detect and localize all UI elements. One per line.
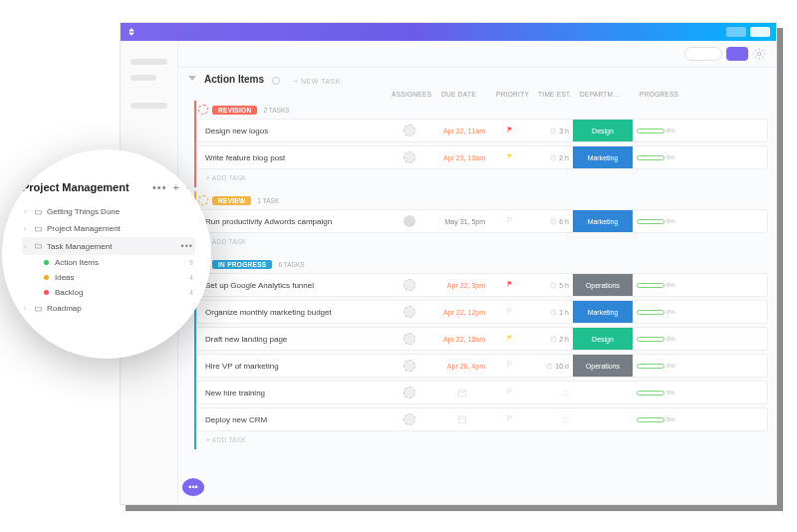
progress-bar [637,391,664,396]
project-item[interactable]: › Project Management [22,220,195,237]
col-due: DUE DATE [441,91,496,98]
progress-bar [637,129,664,133]
chevron-right-icon: › [24,243,30,250]
task-name: Write feature blog post [197,153,385,162]
group-header[interactable]: IN PROGRESS 6 TASKS [196,255,768,273]
toggle-switch[interactable] [684,47,722,61]
collapse-caret-icon[interactable] [188,76,196,81]
task-name: Deploy new CRM [197,415,385,424]
task-row[interactable]: New hire training 0% [196,381,768,404]
progress-pct: 0% [666,309,675,315]
more-icon[interactable]: ••• [152,181,167,193]
assignee-placeholder[interactable] [403,306,415,318]
progress-bar [637,417,664,422]
flag-icon[interactable] [506,334,514,342]
add-icon[interactable]: + [173,181,179,193]
new-task-button[interactable]: + NEW TASK [294,78,341,85]
task-row[interactable]: Organize monthly marketing budget Apr 22… [196,300,768,324]
task-row[interactable]: Write feature blog post Apr 23, 10am 2 h… [196,145,768,169]
task-name: Hire VP of marketing [197,362,385,371]
due-date: Apr 22, 10am [434,336,489,343]
chat-button[interactable]: ••• [182,478,204,496]
flag-icon[interactable] [506,307,514,315]
group-header[interactable]: REVISION 2 TASKS [196,101,768,119]
chevron-right-icon: › [24,208,30,215]
due-date: Apr 23, 10am [434,154,489,161]
task-row[interactable]: Hire VP of marketing Apr 26, 4pm 10 d Op… [196,354,768,378]
progress-cell: 0% [633,336,684,342]
chevron-right-icon: › [24,225,30,232]
add-task-button[interactable]: + ADD TASK [196,236,768,251]
task-row[interactable]: Deploy new CRM 0% [196,407,768,431]
view-switch[interactable] [726,47,748,61]
flag-icon[interactable] [506,152,514,160]
assignee-placeholder[interactable] [403,279,415,291]
add-task-button[interactable]: + ADD TASK [196,434,768,449]
main-panel: Action Items + NEW TASK ASSIGNEES DUE DA… [178,41,776,504]
project-list: › Getting Things Done › Project Manageme… [22,203,195,317]
department-tag[interactable]: Operations [573,355,633,377]
project-label: Getting Things Done [47,207,120,216]
flag-icon[interactable] [506,280,514,288]
department-tag[interactable]: Design [573,120,633,141]
flag-icon[interactable] [506,126,514,133]
department-tag[interactable]: Marketing [573,301,633,323]
svg-rect-8 [458,390,466,397]
folder-icon [34,208,43,216]
svg-rect-11 [458,416,466,423]
task-row[interactable]: Set up Google Analytics funnel Apr 22, 3… [196,273,768,297]
list-item[interactable]: Backlog4 [22,285,195,300]
group-header[interactable]: REVIEW 1 TASK [196,191,768,209]
assignee-placeholder[interactable] [403,333,415,345]
task-row[interactable]: Design new logos Apr 22, 11am 3 h Design… [196,119,768,142]
flag-icon[interactable] [506,388,514,396]
task-row[interactable]: Run productivity Adwords campaign May 31… [196,209,768,233]
project-label: Task Management [47,242,112,251]
assignee-placeholder[interactable] [403,360,415,372]
department-tag[interactable]: Marketing [573,146,633,168]
flag-icon[interactable] [506,414,514,422]
project-item[interactable]: › Task Management ••• [22,237,195,255]
progress-bar [637,310,664,315]
flag-icon[interactable] [506,216,514,224]
add-task-button[interactable]: + ADD TASK [196,172,768,187]
status-pill: IN PROGRESS [212,260,272,269]
task-group-revision: REVISION 2 TASKS Design new logos Apr 22… [194,101,768,187]
assignee-placeholder[interactable] [403,413,415,425]
department-tag[interactable]: Marketing [573,210,633,232]
chevron-right-icon: › [24,305,30,312]
top-controls [178,41,776,68]
assignee-placeholder[interactable] [403,125,415,136]
project-item[interactable]: › Getting Things Done [22,203,195,220]
assignee-placeholder[interactable] [403,387,415,399]
progress-cell: 0% [633,218,684,224]
avatar[interactable] [403,215,415,227]
project-item[interactable]: › Roadmap [22,300,195,317]
section-title: Action Items [204,74,264,85]
calendar-icon[interactable] [457,388,467,398]
info-icon[interactable] [272,77,280,85]
folder-icon [34,305,43,313]
status-pill: REVISION [212,106,257,115]
list-item[interactable]: Action Items9 [22,255,195,270]
calendar-icon[interactable] [457,414,467,424]
flag-icon[interactable] [506,361,514,369]
status-pill: REVIEW [212,196,251,205]
clock-icon [550,282,557,289]
gear-icon[interactable] [752,47,766,61]
time-estimate: 5 h [531,282,573,289]
task-name: Draft new landing page [197,335,385,344]
task-group-review: REVIEW 1 TASK Run productivity Adwords c… [194,191,768,251]
more-icon[interactable]: ••• [181,241,193,251]
task-row[interactable]: Draft new landing page Apr 22, 10am 2 h … [196,327,768,351]
list-item[interactable]: Ideas4 [22,270,195,285]
department-tag[interactable]: Operations [573,274,633,296]
progress-pct: 0% [666,128,675,133]
assignee-placeholder[interactable] [403,151,415,163]
department-tag[interactable]: Design [573,328,633,350]
progress-cell: 0% [633,128,684,133]
tab-pill[interactable] [726,27,746,37]
due-date: Apr 22, 12pm [434,309,489,316]
tab-pill-active[interactable] [750,27,770,37]
column-header-row: ASSIGNEES DUE DATE PRIORITY TIME EST. DE… [178,85,776,101]
